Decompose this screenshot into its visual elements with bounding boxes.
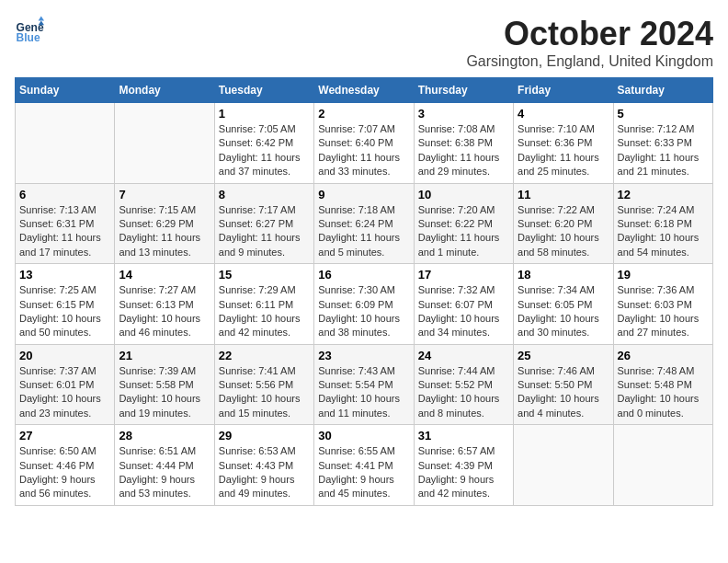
- calendar-cell: 25Sunrise: 7:46 AM Sunset: 5:50 PM Dayli…: [514, 344, 613, 425]
- date-number: 27: [19, 429, 110, 442]
- calendar-cell: 20Sunrise: 7:37 AM Sunset: 6:01 PM Dayli…: [16, 344, 115, 425]
- date-number: 7: [119, 188, 210, 201]
- header: General Blue October 2024 Garsington, En…: [15, 15, 713, 70]
- date-number: 13: [19, 268, 110, 282]
- day-header-sunday: Sunday: [16, 78, 115, 103]
- calendar-cell: 15Sunrise: 7:29 AM Sunset: 6:11 PM Dayli…: [214, 264, 313, 345]
- calendar-cell: [613, 425, 712, 506]
- cell-info: Sunrise: 7:25 AM Sunset: 6:15 PM Dayligh…: [19, 283, 110, 340]
- page-subtitle: Garsington, England, United Kingdom: [466, 53, 713, 70]
- cell-info: Sunrise: 7:48 AM Sunset: 5:48 PM Dayligh…: [618, 364, 709, 421]
- cell-info: Sunrise: 7:36 AM Sunset: 6:03 PM Dayligh…: [618, 283, 709, 340]
- calendar-cell: 28Sunrise: 6:51 AM Sunset: 4:44 PM Dayli…: [115, 425, 214, 506]
- cell-info: Sunrise: 7:18 AM Sunset: 6:24 PM Dayligh…: [318, 203, 409, 260]
- calendar-cell: 4Sunrise: 7:10 AM Sunset: 6:36 PM Daylig…: [514, 103, 613, 184]
- date-number: 26: [618, 349, 709, 362]
- svg-text:Blue: Blue: [17, 31, 40, 44]
- calendar-cell: [115, 103, 214, 184]
- cell-info: Sunrise: 7:46 AM Sunset: 5:50 PM Dayligh…: [518, 364, 609, 421]
- svg-marker-2: [39, 17, 44, 21]
- cell-info: Sunrise: 6:50 AM Sunset: 4:46 PM Dayligh…: [19, 444, 110, 501]
- date-number: 1: [219, 107, 310, 121]
- calendar-cell: 14Sunrise: 7:27 AM Sunset: 6:13 PM Dayli…: [115, 264, 214, 345]
- date-number: 18: [518, 268, 609, 282]
- date-number: 17: [418, 268, 509, 282]
- date-number: 3: [418, 107, 509, 121]
- cell-info: Sunrise: 6:55 AM Sunset: 4:41 PM Dayligh…: [318, 444, 409, 501]
- calendar-cell: 6Sunrise: 7:13 AM Sunset: 6:31 PM Daylig…: [16, 183, 115, 264]
- cell-info: Sunrise: 7:37 AM Sunset: 6:01 PM Dayligh…: [19, 364, 110, 421]
- cell-info: Sunrise: 7:13 AM Sunset: 6:31 PM Dayligh…: [19, 203, 110, 260]
- week-row-3: 13Sunrise: 7:25 AM Sunset: 6:15 PM Dayli…: [16, 264, 713, 345]
- calendar-cell: 9Sunrise: 7:18 AM Sunset: 6:24 PM Daylig…: [314, 183, 414, 264]
- date-number: 23: [318, 349, 409, 362]
- date-number: 2: [318, 107, 409, 121]
- date-number: 15: [219, 268, 310, 282]
- calendar-cell: 12Sunrise: 7:24 AM Sunset: 6:18 PM Dayli…: [613, 183, 712, 264]
- calendar-cell: [514, 425, 613, 506]
- calendar-cell: 17Sunrise: 7:32 AM Sunset: 6:07 PM Dayli…: [414, 264, 513, 345]
- calendar-cell: 5Sunrise: 7:12 AM Sunset: 6:33 PM Daylig…: [613, 103, 712, 184]
- cell-info: Sunrise: 7:27 AM Sunset: 6:13 PM Dayligh…: [119, 283, 210, 340]
- date-number: 9: [318, 188, 409, 201]
- calendar-cell: 30Sunrise: 6:55 AM Sunset: 4:41 PM Dayli…: [314, 425, 414, 506]
- week-row-1: 1Sunrise: 7:05 AM Sunset: 6:42 PM Daylig…: [16, 103, 713, 184]
- cell-info: Sunrise: 7:29 AM Sunset: 6:11 PM Dayligh…: [219, 283, 310, 340]
- date-number: 30: [318, 429, 409, 442]
- date-number: 29: [219, 429, 310, 442]
- cell-info: Sunrise: 7:22 AM Sunset: 6:20 PM Dayligh…: [518, 203, 609, 260]
- page-title: October 2024: [466, 15, 713, 53]
- day-header-tuesday: Tuesday: [214, 78, 313, 103]
- cell-info: Sunrise: 7:30 AM Sunset: 6:09 PM Dayligh…: [318, 283, 409, 340]
- cell-info: Sunrise: 7:05 AM Sunset: 6:42 PM Dayligh…: [219, 122, 310, 179]
- calendar-cell: 26Sunrise: 7:48 AM Sunset: 5:48 PM Dayli…: [613, 344, 712, 425]
- date-number: 24: [418, 349, 509, 362]
- calendar-cell: 31Sunrise: 6:57 AM Sunset: 4:39 PM Dayli…: [414, 425, 513, 506]
- day-header-wednesday: Wednesday: [314, 78, 414, 103]
- cell-info: Sunrise: 7:08 AM Sunset: 6:38 PM Dayligh…: [418, 122, 509, 179]
- calendar-cell: 27Sunrise: 6:50 AM Sunset: 4:46 PM Dayli…: [16, 425, 115, 506]
- header-row: SundayMondayTuesdayWednesdayThursdayFrid…: [16, 78, 713, 103]
- calendar-cell: 23Sunrise: 7:43 AM Sunset: 5:54 PM Dayli…: [314, 344, 414, 425]
- calendar-cell: 16Sunrise: 7:30 AM Sunset: 6:09 PM Dayli…: [314, 264, 414, 345]
- calendar-cell: 18Sunrise: 7:34 AM Sunset: 6:05 PM Dayli…: [514, 264, 613, 345]
- date-number: 10: [418, 188, 509, 201]
- date-number: 16: [318, 268, 409, 282]
- calendar-cell: 19Sunrise: 7:36 AM Sunset: 6:03 PM Dayli…: [613, 264, 712, 345]
- date-number: 14: [119, 268, 210, 282]
- date-number: 11: [518, 188, 609, 201]
- calendar-cell: 11Sunrise: 7:22 AM Sunset: 6:20 PM Dayli…: [514, 183, 613, 264]
- cell-info: Sunrise: 7:43 AM Sunset: 5:54 PM Dayligh…: [318, 364, 409, 421]
- calendar-cell: 7Sunrise: 7:15 AM Sunset: 6:29 PM Daylig…: [115, 183, 214, 264]
- calendar-table: SundayMondayTuesdayWednesdayThursdayFrid…: [15, 77, 713, 506]
- cell-info: Sunrise: 6:51 AM Sunset: 4:44 PM Dayligh…: [119, 444, 210, 501]
- date-number: 6: [19, 188, 110, 201]
- week-row-2: 6Sunrise: 7:13 AM Sunset: 6:31 PM Daylig…: [16, 183, 713, 264]
- date-number: 31: [418, 429, 509, 442]
- cell-info: Sunrise: 7:34 AM Sunset: 6:05 PM Dayligh…: [518, 283, 609, 340]
- cell-info: Sunrise: 7:15 AM Sunset: 6:29 PM Dayligh…: [119, 203, 210, 260]
- day-header-monday: Monday: [115, 78, 214, 103]
- calendar-cell: 22Sunrise: 7:41 AM Sunset: 5:56 PM Dayli…: [214, 344, 313, 425]
- cell-info: Sunrise: 7:44 AM Sunset: 5:52 PM Dayligh…: [418, 364, 509, 421]
- date-number: 19: [618, 268, 709, 282]
- calendar-cell: 10Sunrise: 7:20 AM Sunset: 6:22 PM Dayli…: [414, 183, 513, 264]
- cell-info: Sunrise: 7:24 AM Sunset: 6:18 PM Dayligh…: [618, 203, 709, 260]
- cell-info: Sunrise: 7:10 AM Sunset: 6:36 PM Dayligh…: [518, 122, 609, 179]
- calendar-cell: 13Sunrise: 7:25 AM Sunset: 6:15 PM Dayli…: [16, 264, 115, 345]
- date-number: 12: [618, 188, 709, 201]
- cell-info: Sunrise: 6:57 AM Sunset: 4:39 PM Dayligh…: [418, 444, 509, 501]
- logo-icon: General Blue: [15, 15, 44, 44]
- date-number: 20: [19, 349, 110, 362]
- cell-info: Sunrise: 6:53 AM Sunset: 4:43 PM Dayligh…: [219, 444, 310, 501]
- date-number: 5: [618, 107, 709, 121]
- cell-info: Sunrise: 7:20 AM Sunset: 6:22 PM Dayligh…: [418, 203, 509, 260]
- calendar-cell: 1Sunrise: 7:05 AM Sunset: 6:42 PM Daylig…: [214, 103, 313, 184]
- date-number: 21: [119, 349, 210, 362]
- week-row-4: 20Sunrise: 7:37 AM Sunset: 6:01 PM Dayli…: [16, 344, 713, 425]
- logo: General Blue: [15, 15, 44, 44]
- date-number: 28: [119, 429, 210, 442]
- cell-info: Sunrise: 7:32 AM Sunset: 6:07 PM Dayligh…: [418, 283, 509, 340]
- calendar-cell: 29Sunrise: 6:53 AM Sunset: 4:43 PM Dayli…: [214, 425, 313, 506]
- calendar-cell: 3Sunrise: 7:08 AM Sunset: 6:38 PM Daylig…: [414, 103, 513, 184]
